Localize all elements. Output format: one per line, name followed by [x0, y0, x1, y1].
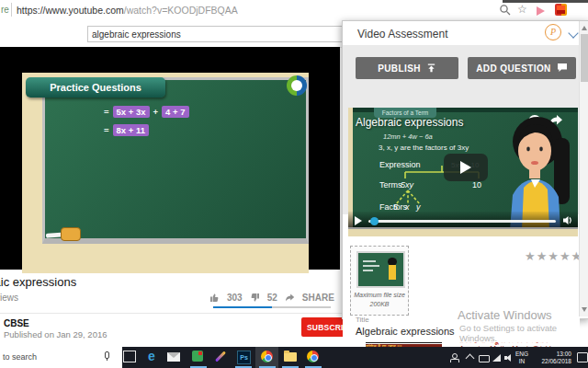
app-icon[interactable]	[192, 351, 203, 362]
progress-bar[interactable]	[368, 220, 556, 223]
star-rating[interactable]: ★★★★★	[525, 249, 582, 263]
upload-thumbnail	[356, 251, 405, 288]
share-icon[interactable]	[285, 293, 295, 303]
play-button[interactable]	[444, 154, 488, 181]
chat-icon	[557, 63, 568, 73]
file-explorer-icon[interactable]	[284, 352, 297, 362]
preview-factors-sentence: 3, x, y are the factors of 3xy	[379, 144, 469, 152]
dislikes-count: 52	[267, 293, 277, 303]
sentiment-bar-fill	[213, 306, 272, 308]
scroll-up-arrow[interactable]	[582, 26, 587, 30]
touchpad-icon[interactable]	[479, 355, 490, 362]
add-question-label: ADD QUESTION	[476, 63, 550, 74]
video-player[interactable]: Practice Questions = 5x + 3x + 4 + 7 = 8…	[0, 47, 340, 270]
activate-windows-hint: Go to Settings to activate Windows.	[459, 323, 588, 343]
equation-line-1: = 5x + 3x + 4 + 7	[104, 106, 189, 118]
factor-value: y	[416, 202, 421, 212]
url-path: /watch?v=KOODjDFBQAA	[124, 5, 238, 16]
activate-windows-watermark: Activate Windows	[458, 308, 552, 322]
views-clip: views	[0, 293, 110, 304]
publish-icon	[426, 63, 436, 73]
chrome-icon[interactable]	[307, 351, 319, 362]
video-title: Algebraic expressions	[0, 275, 202, 289]
play-icon[interactable]	[355, 216, 362, 225]
title-field-value[interactable]: Algebraic expressions	[356, 326, 455, 337]
chalk-duster	[46, 227, 81, 240]
task-view-icon[interactable]	[123, 351, 136, 362]
zoom-icon[interactable]	[499, 4, 512, 17]
divider	[11, 3, 12, 17]
duster-body	[61, 227, 81, 241]
thumbs-up-icon[interactable]	[209, 293, 220, 303]
people-icon[interactable]	[450, 353, 458, 362]
video-assessment-panel: Video Assessment P PUBLISH ADD QUESTION …	[342, 20, 588, 319]
preview-equation: 12mn + 4w − 6a	[383, 132, 433, 141]
url-text[interactable]: https://www.youtube.com/watch?v=KOODjDFB…	[17, 5, 238, 16]
language-indicator[interactable]: ENGIN	[515, 351, 528, 364]
title-field-label: Title	[356, 316, 369, 324]
volume-icon[interactable]	[563, 215, 574, 225]
publish-button[interactable]: PUBLISH	[356, 57, 458, 79]
add-question-button[interactable]: ADD QUESTION	[468, 57, 576, 79]
chalkboard	[42, 77, 309, 244]
preview-video-title: Algebraic expressions	[356, 116, 463, 129]
window-edge	[503, 0, 588, 3]
upload-caption: Maximum file size 200KB	[351, 291, 408, 309]
address-bar[interactable]: re https://www.youtube.com/watch?v=KOODj…	[0, 0, 588, 21]
highlighted-term: 5x + 3x	[113, 106, 150, 118]
action-center-icon[interactable]	[577, 352, 588, 362]
likes-count: 303	[227, 293, 243, 303]
share-label[interactable]: SHARE	[302, 293, 334, 303]
slide-title-banner: Practice Questions	[26, 77, 165, 98]
extension-arrow-icon[interactable]	[537, 6, 545, 16]
slide-bottom-edge	[348, 227, 578, 236]
video-actions: 303 52 SHARE	[209, 293, 353, 303]
tray-expand-icon[interactable]	[466, 354, 475, 363]
url-domain: https://www.youtube.com	[17, 5, 124, 16]
plus-sign: +	[153, 107, 159, 117]
windows-taskbar: to search e Ps ENGIN 13:0022/06/2018	[0, 347, 588, 368]
progress-handle[interactable]	[370, 217, 379, 225]
pen-icon[interactable]	[215, 351, 226, 362]
channel-name[interactable]: CBSE	[4, 318, 29, 328]
network-icon[interactable]	[492, 354, 501, 362]
profile-badge[interactable]: P	[545, 24, 561, 40]
extension-grid-icon[interactable]	[555, 4, 567, 16]
highlighted-term: 8x + 11	[113, 124, 149, 136]
edge-icon[interactable]: e	[148, 350, 155, 362]
term-value: 5xy	[401, 180, 413, 190]
terms-label: Terms	[379, 180, 402, 190]
published-date: Published on Jan 29, 2016	[4, 329, 107, 339]
equals-sign: =	[104, 107, 109, 117]
panel-body: PUBLISH ADD QUESTION Factors of a Term A…	[343, 45, 580, 214]
thumbs-down-icon[interactable]	[250, 293, 260, 303]
screen: re https://www.youtube.com/watch?v=KOODj…	[0, 0, 588, 368]
divider	[0, 313, 342, 314]
mail-icon[interactable]	[167, 352, 180, 362]
upload-dropzone[interactable]: Maximum file size 200KB	[350, 246, 409, 316]
chevron-down-icon[interactable]	[568, 28, 578, 38]
highlighted-term: 4 + 7	[162, 106, 188, 118]
views-count: views	[0, 293, 110, 303]
scrollbar-thumb[interactable]	[581, 34, 588, 82]
publish-label: PUBLISH	[378, 63, 421, 74]
equation-line-2: = 8x + 11	[104, 124, 149, 136]
chrome-icon[interactable]	[261, 351, 273, 362]
equals-sign: =	[104, 125, 109, 135]
factor-value: x	[405, 202, 410, 212]
video-title-clip: Algebraic expressions	[0, 275, 202, 289]
scroll-down-arrow[interactable]	[582, 307, 587, 312]
bookmark-star-icon[interactable]: ☆	[517, 3, 527, 16]
microphone-icon[interactable]	[103, 351, 109, 361]
panel-title: Video Assessment	[357, 28, 448, 40]
panel-header: Video Assessment P	[343, 21, 588, 46]
panel-scrollbar[interactable]	[579, 21, 588, 316]
search-input[interactable]	[87, 26, 352, 42]
clock[interactable]: 13:0022/06/2018	[535, 351, 571, 364]
photoshop-icon[interactable]: Ps	[237, 351, 251, 364]
term-value: 10	[472, 180, 481, 190]
secure-label: re	[1, 5, 9, 15]
brand-logo-icon	[287, 75, 307, 96]
preview-player[interactable]: Factors of a Term Algebraic expressions …	[348, 108, 578, 236]
factor-value: 5	[393, 202, 398, 212]
